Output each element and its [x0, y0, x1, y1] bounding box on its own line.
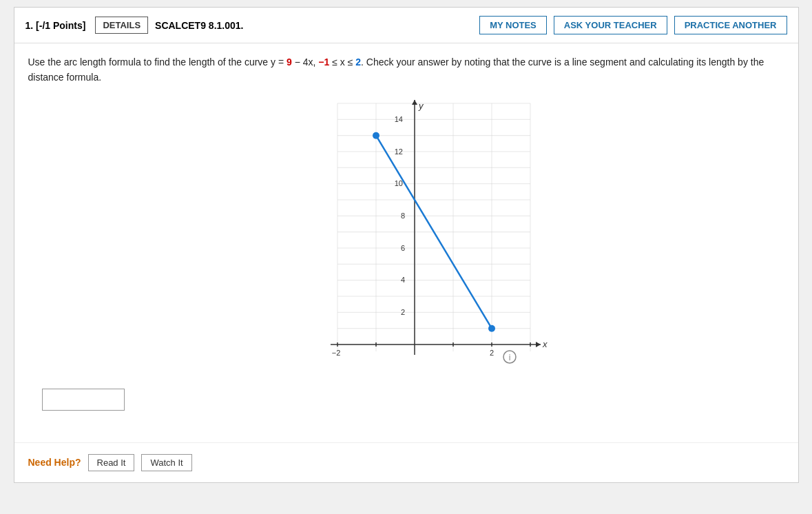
watch-it-button[interactable]: Watch It [141, 454, 191, 471]
svg-text:14: 14 [394, 115, 402, 123]
svg-text:y: y [418, 101, 424, 111]
answer-section [42, 389, 784, 411]
graph-svg: y x 14 12 10 8 6 4 [296, 96, 558, 372]
svg-text:i: i [508, 353, 510, 362]
problem-text: Use the arc length formula to find the l… [28, 54, 784, 85]
content-area: Use the arc length formula to find the l… [14, 43, 798, 435]
svg-text:12: 12 [394, 147, 402, 156]
read-it-button[interactable]: Read It [88, 454, 135, 471]
svg-text:10: 10 [394, 179, 402, 187]
ask-teacher-button[interactable]: ASK YOUR TEACHER [554, 16, 667, 34]
svg-text:2: 2 [400, 308, 404, 316]
details-button[interactable]: DETAILS [95, 17, 148, 34]
problem-text-part3: ≤ x ≤ [329, 56, 355, 68]
svg-marker-25 [412, 100, 417, 105]
problem-highlight3: 2 [355, 56, 361, 68]
svg-point-44 [488, 325, 495, 331]
svg-text:x: x [542, 339, 548, 349]
need-help-label: Need Help? [28, 457, 81, 468]
answer-input[interactable] [42, 389, 125, 411]
practice-another-button[interactable]: PRACTICE ANOTHER [674, 16, 787, 34]
svg-text:2: 2 [489, 349, 493, 357]
need-help-row: Need Help? Read It Watch It [14, 442, 798, 482]
page-container: 1. [-/1 Points] DETAILS SCALCET9 8.1.001… [14, 7, 799, 483]
my-notes-button[interactable]: MY NOTES [479, 16, 547, 34]
graph-wrapper: y x 14 12 10 8 6 4 [296, 96, 558, 375]
points-label: 1. [-/1 Points] [25, 20, 86, 31]
svg-text:−2: −2 [331, 349, 340, 357]
svg-text:4: 4 [400, 276, 404, 284]
graph-container: y x 14 12 10 8 6 4 [70, 96, 784, 375]
problem-text-part2: − 4x, [292, 56, 319, 68]
problem-text-part1: Use the arc length formula to find the l… [28, 56, 287, 68]
svg-point-43 [373, 132, 379, 138]
svg-text:6: 6 [400, 244, 404, 252]
svg-text:8: 8 [400, 212, 404, 220]
svg-marker-24 [536, 342, 541, 347]
problem-id: SCALCET9 8.1.001. [155, 20, 243, 31]
header-row: 1. [-/1 Points] DETAILS SCALCET9 8.1.001… [14, 8, 798, 43]
problem-highlight1: 9 [287, 56, 292, 68]
problem-highlight2: −1 [318, 56, 329, 68]
